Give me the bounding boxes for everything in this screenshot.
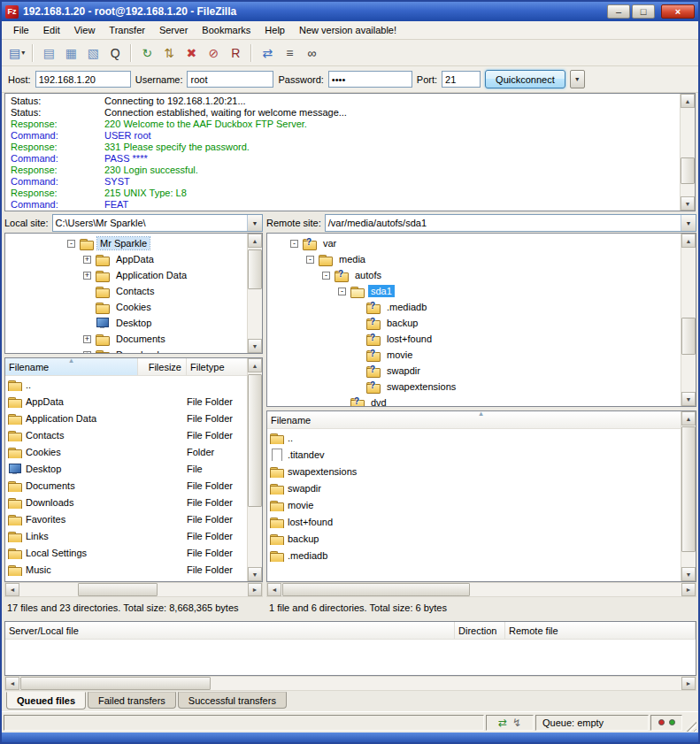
tree-item-documents[interactable]: +Documents	[5, 331, 262, 347]
host-input[interactable]	[35, 71, 131, 88]
tree-item-lost-found[interactable]: ?lost+found	[267, 331, 696, 347]
file-row-appdata[interactable]: AppDataFile Folder	[5, 393, 262, 410]
file-row-desktop[interactable]: DesktopFile	[5, 460, 262, 477]
resize-grip[interactable]	[684, 719, 696, 732]
menu-item-file[interactable]: File	[6, 22, 36, 38]
password-input[interactable]	[328, 71, 412, 88]
scroll-up-button[interactable]	[681, 411, 696, 426]
tree-item-swapextensions[interactable]: ?swapextensions	[267, 379, 696, 395]
menu-item-edit[interactable]: Edit	[36, 22, 67, 38]
tree-item-cookies[interactable]: Cookies	[5, 299, 262, 315]
toggle-message-log-button[interactable]: ▤	[38, 42, 59, 63]
quickconnect-dropdown-button[interactable]	[570, 70, 585, 88]
file-row-titandev[interactable]: .titandev	[267, 446, 696, 463]
tree-item-autofs[interactable]: -?autofs	[267, 267, 696, 283]
scroll-thumb[interactable]	[681, 426, 696, 552]
disconnect-button[interactable]: ⊘	[203, 42, 224, 63]
queue-horizontal-scrollbar[interactable]	[4, 676, 696, 691]
scroll-left-button[interactable]	[5, 677, 19, 690]
file-row-swapextensions[interactable]: swapextensions	[267, 463, 696, 479]
tree-item-var[interactable]: -?var	[267, 235, 696, 251]
reconnect-button[interactable]: R	[225, 42, 246, 63]
file-row-local-settings[interactable]: Local SettingsFile Folder	[5, 544, 262, 561]
tree-item-mediadb[interactable]: ?.mediadb	[267, 299, 696, 315]
queue-column-direction[interactable]: Direction	[455, 622, 505, 639]
tree-item-backup[interactable]: ?backup	[267, 315, 696, 331]
tree-item-downloads[interactable]: +Downloads	[5, 347, 262, 354]
remote-list-scrollbar[interactable]	[681, 411, 696, 581]
scroll-right-button[interactable]	[248, 583, 262, 596]
scroll-up-button[interactable]	[248, 234, 262, 248]
tree-item-application-data[interactable]: +Application Data	[5, 267, 262, 283]
scroll-down-button[interactable]	[681, 392, 696, 406]
close-button[interactable]: ×	[661, 4, 695, 19]
scroll-down-button[interactable]	[248, 339, 262, 353]
local-tree-scrollbar[interactable]	[247, 234, 262, 353]
menu-item-server[interactable]: Server	[152, 22, 195, 38]
scroll-right-button[interactable]	[681, 677, 696, 690]
menu-item-new-version-available[interactable]: New version available!	[292, 22, 404, 38]
file-row-application-data[interactable]: Application DataFile Folder	[5, 410, 262, 426]
scroll-thumb[interactable]	[78, 583, 158, 596]
quickconnect-button[interactable]: Quickconnect	[485, 70, 565, 88]
tree-item-sda1[interactable]: -sda1	[267, 283, 696, 299]
scroll-down-button[interactable]	[248, 567, 262, 581]
file-row-up-dir[interactable]: ..	[267, 429, 696, 446]
menu-item-bookmarks[interactable]: Bookmarks	[195, 22, 258, 38]
refresh-button[interactable]: ↻	[136, 42, 158, 63]
cancel-button[interactable]: ✖	[181, 42, 202, 63]
file-row-documents[interactable]: DocumentsFile Folder	[5, 477, 262, 494]
file-row-music[interactable]: MusicFile Folder	[5, 561, 262, 578]
maximize-button[interactable]: □	[632, 4, 655, 19]
scroll-up-button[interactable]	[248, 358, 262, 372]
column-header-filename[interactable]: Filename	[267, 411, 696, 428]
scroll-down-button[interactable]	[681, 196, 695, 211]
scroll-thumb[interactable]	[282, 583, 470, 596]
scroll-thumb[interactable]	[20, 677, 211, 690]
tree-item-swapdir[interactable]: ?swapdir	[267, 363, 696, 379]
site-manager-button[interactable]: ▤▾	[6, 42, 27, 63]
tree-item-contacts[interactable]: Contacts	[5, 283, 262, 299]
remote-tree-scrollbar[interactable]	[681, 234, 696, 406]
log-scrollbar[interactable]	[680, 94, 695, 211]
menu-item-view[interactable]: View	[67, 22, 103, 38]
local-site-combo[interactable]: C:\Users\Mr Sparkle\	[52, 214, 263, 232]
tab-failed-transfers[interactable]: Failed transfers	[88, 692, 176, 709]
directory-comparison-button[interactable]: ≡	[279, 42, 300, 63]
scroll-thumb[interactable]	[681, 157, 695, 184]
toggle-local-tree-button[interactable]: ▦	[60, 42, 81, 63]
process-queue-button[interactable]: ⇅	[158, 42, 180, 63]
synchronized-browsing-button[interactable]: ⇄	[257, 42, 278, 63]
scroll-thumb[interactable]	[681, 318, 696, 355]
file-row-links[interactable]: LinksFile Folder	[5, 527, 262, 544]
tree-item-desktop[interactable]: Desktop	[5, 315, 262, 331]
remote-horizontal-scrollbar[interactable]	[266, 582, 696, 597]
tree-item-dvd[interactable]: ?dvd	[267, 395, 696, 407]
username-input[interactable]	[187, 71, 273, 88]
file-row-up-dir[interactable]: ..	[5, 376, 262, 393]
remote-site-combo[interactable]: /var/media/autofs/sda1	[325, 214, 696, 232]
queue-column-remote-file[interactable]: Remote file	[505, 622, 696, 639]
scroll-up-button[interactable]	[681, 234, 696, 248]
scroll-left-button[interactable]	[267, 583, 281, 596]
file-row-downloads[interactable]: DownloadsFile Folder	[5, 494, 262, 510]
tree-item-mr-sparkle[interactable]: -Mr Sparkle	[5, 235, 262, 251]
minimize-button[interactable]: –	[607, 4, 630, 19]
menu-item-help[interactable]: Help	[258, 22, 292, 38]
statusbar-icons[interactable]: ⇄↯	[486, 715, 534, 731]
column-header-filename[interactable]: Filename	[5, 358, 138, 375]
file-row-mediadb[interactable]: .mediadb	[267, 547, 696, 564]
toggle-queue-button[interactable]: Q	[104, 42, 126, 63]
local-horizontal-scrollbar[interactable]	[4, 582, 263, 597]
file-row-backup[interactable]: backup	[267, 530, 696, 547]
file-row-swapdir[interactable]: swapdir	[267, 479, 696, 496]
menu-item-transfer[interactable]: Transfer	[102, 22, 152, 38]
tree-item-movie[interactable]: ?movie	[267, 347, 696, 363]
find-files-button[interactable]: ∞	[301, 42, 322, 63]
scroll-thumb[interactable]	[248, 249, 262, 289]
file-row-cookies[interactable]: CookiesFolder	[5, 443, 262, 460]
tab-queued-files[interactable]: Queued files	[6, 692, 86, 709]
combo-dropdown-icon[interactable]	[681, 215, 696, 231]
title-bar[interactable]: Fz 192.168.1.20 - root@192.168.1.20 - Fi…	[2, 2, 698, 21]
file-row-movie[interactable]: movie	[267, 496, 696, 513]
